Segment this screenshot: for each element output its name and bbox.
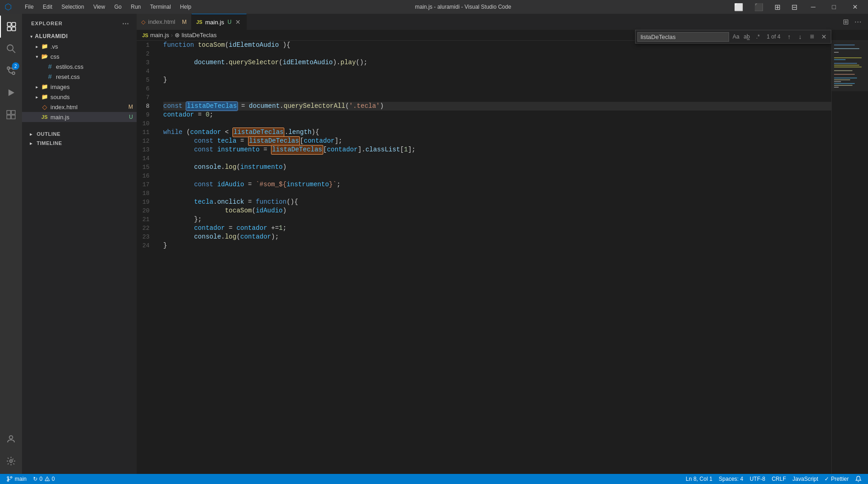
line-numbers: 1 2 3 4 5 6 7 8 9 10 11 12 13 14 15 16 1 — [137, 41, 160, 474]
activity-settings[interactable] — [0, 450, 22, 472]
ln-4: 4 — [137, 67, 154, 76]
file-main-icon: JS — [40, 113, 49, 121]
warning-icon — [44, 476, 50, 482]
tab-index-html[interactable]: ◇ index.html M — [137, 14, 192, 30]
activity-accounts[interactable] — [0, 428, 22, 450]
status-errors: 0 — [39, 476, 43, 482]
folder-vs[interactable]: 📁 .vs — [22, 41, 137, 51]
status-eol[interactable]: CRLF — [769, 474, 789, 484]
status-notifications[interactable] — [852, 474, 864, 484]
status-branch[interactable]: main — [4, 474, 29, 484]
code-line-13: const instrumento = listaDeTeclas[contad… — [163, 145, 831, 154]
code-line-3: document.querySelector(idElemtoAudio).pl… — [163, 58, 831, 67]
status-sync[interactable]: ↻ 0 0 — [30, 474, 57, 484]
code-editor[interactable]: 1 2 3 4 5 6 7 8 9 10 11 12 13 14 15 16 1 — [137, 41, 831, 474]
tab-actions: ⊞ ⋯ — [836, 14, 868, 30]
ln-18: 18 — [137, 189, 154, 198]
search-input[interactable] — [637, 32, 729, 42]
file-index-icon: ◇ — [40, 103, 49, 111]
tab-more[interactable]: ⋯ — [851, 17, 864, 27]
file-estilos-css[interactable]: # estilos.css — [22, 61, 137, 72]
folder-images-icon: 📁 — [40, 83, 49, 91]
code-line-7 — [163, 93, 831, 102]
maximize-button[interactable]: □ — [827, 3, 841, 11]
status-branch-name: main — [15, 476, 27, 482]
status-language-text: JavaScript — [792, 476, 818, 482]
layout-toggle-2[interactable]: ⬛ — [752, 2, 766, 12]
activity-run[interactable] — [0, 82, 22, 104]
sidebar: EXPLORER ⋯ ALURAMIDI 📁 .vs 📂 css # estil… — [22, 14, 137, 474]
code-line-19: tecla.onclick = function(){ — [163, 198, 831, 206]
search-prev[interactable]: ↑ — [784, 32, 794, 42]
status-warnings: 0 — [52, 476, 55, 482]
status-line-col[interactable]: Ln 8, Col 1 — [683, 474, 715, 484]
close-button[interactable]: ✕ — [847, 3, 863, 11]
svg-line-5 — [12, 50, 15, 53]
file-main-js[interactable]: JS main.js U — [22, 112, 137, 122]
search-match-case[interactable]: Aa — [731, 32, 741, 42]
svg-point-46 — [47, 480, 47, 481]
file-reset-css[interactable]: # reset.css — [22, 72, 137, 82]
activity-source-control[interactable]: 2 — [0, 60, 22, 82]
menu-view[interactable]: View — [89, 3, 109, 11]
code-line-20: tocaSom(idAudio) — [163, 206, 831, 215]
section-outline[interactable]: OUTLINE — [22, 129, 137, 139]
ln-21: 21 — [137, 215, 154, 224]
folder-vs-label: .vs — [50, 43, 137, 50]
folder-sounds[interactable]: 📁 sounds — [22, 92, 137, 102]
folder-images-label: images — [50, 83, 137, 90]
section-timeline[interactable]: TIMELINE — [22, 139, 137, 148]
activity-extensions[interactable] — [0, 104, 22, 126]
minimize-button[interactable]: ─ — [806, 3, 821, 11]
code-line-5: } — [163, 76, 831, 84]
folder-images[interactable]: 📁 images — [22, 82, 137, 92]
menu-bar: File Edit Selection View Go Run Terminal… — [21, 3, 195, 11]
status-prettier-text: Prettier — [831, 476, 849, 482]
status-encoding[interactable]: UTF-8 — [747, 474, 768, 484]
svg-rect-10 — [7, 111, 11, 114]
status-prettier[interactable]: ✓ Prettier — [822, 474, 851, 484]
status-spaces[interactable]: Spaces: 4 — [716, 474, 746, 484]
file-reset-spacer — [39, 73, 46, 80]
search-more[interactable]: ≡ — [807, 32, 817, 42]
layout-customize[interactable]: ⊟ — [789, 2, 800, 12]
folder-sounds-icon: 📁 — [40, 93, 49, 101]
ln-2: 2 — [137, 50, 154, 58]
menu-selection[interactable]: Selection — [58, 3, 88, 11]
tab-main-close[interactable]: ✕ — [234, 17, 242, 27]
menu-edit[interactable]: Edit — [39, 3, 56, 11]
search-regex[interactable]: .* — [753, 32, 763, 42]
layout-toggle-1[interactable]: ⬜ — [731, 2, 746, 12]
breadcrumb-symbol-icon: ⊛ — [175, 32, 180, 39]
breadcrumb-js-icon: JS — [142, 33, 148, 38]
search-whole-word[interactable]: ab̲ — [742, 32, 752, 42]
code-line-24: } — [163, 241, 831, 250]
svg-rect-41 — [832, 41, 868, 91]
outline-chevron — [28, 130, 35, 138]
menu-file[interactable]: File — [21, 3, 37, 11]
menu-run[interactable]: Run — [127, 3, 144, 11]
folder-aluramidi[interactable]: ALURAMIDI — [22, 31, 137, 41]
file-index-html[interactable]: ◇ index.html M — [22, 102, 137, 112]
breadcrumb-symbol[interactable]: listaDeTeclas — [182, 32, 217, 39]
layout-toggle-3[interactable]: ⊞ — [772, 2, 783, 12]
search-widget: Aa ab̲ .* 1 of 4 ↑ ↓ ≡ ✕ — [635, 30, 831, 44]
ln-24: 24 — [137, 241, 154, 250]
status-language[interactable]: JavaScript — [790, 474, 821, 484]
new-file-button[interactable]: ⋯ — [120, 18, 131, 28]
folder-vs-icon: 📁 — [40, 42, 49, 50]
breadcrumb-filename[interactable]: main.js — [150, 32, 169, 39]
branch-icon — [6, 476, 13, 482]
activity-explorer[interactable] — [0, 16, 22, 38]
activity-search[interactable] — [0, 38, 22, 60]
menu-terminal[interactable]: Terminal — [146, 3, 174, 11]
code-content[interactable]: function tocaSom(idElemtoAudio ){ docume… — [160, 41, 831, 474]
tab-main-js[interactable]: JS main.js U ✕ — [192, 14, 247, 30]
code-line-21: }; — [163, 215, 831, 224]
search-next[interactable]: ↓ — [795, 32, 805, 42]
tab-split-editor[interactable]: ⊞ — [840, 17, 851, 27]
search-close[interactable]: ✕ — [819, 32, 829, 42]
menu-help[interactable]: Help — [177, 3, 195, 11]
menu-go[interactable]: Go — [111, 3, 125, 11]
folder-css[interactable]: 📂 css — [22, 51, 137, 61]
